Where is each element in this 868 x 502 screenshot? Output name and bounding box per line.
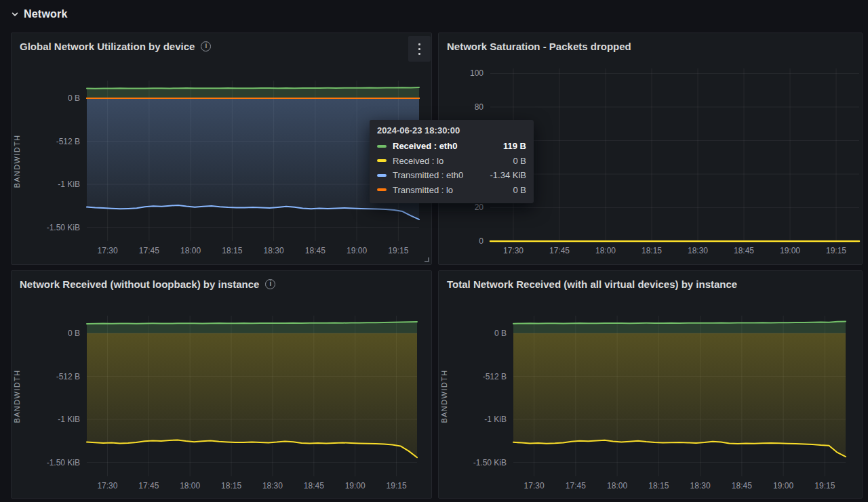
svg-text:17:45: 17:45 <box>566 481 586 490</box>
svg-text:18:30: 18:30 <box>690 481 711 490</box>
tooltip-row: Transmitted : eth0-1.34 KiB <box>377 168 526 183</box>
svg-text:17:45: 17:45 <box>139 246 159 255</box>
chart-canvas[interactable]: 17:3017:4518:0018:1518:3018:4519:0019:15… <box>12 271 433 499</box>
svg-text:-512 B: -512 B <box>56 372 80 381</box>
svg-text:-512 B: -512 B <box>483 372 507 381</box>
tooltip-series-label: Received : eth0 <box>393 141 503 151</box>
series-color-swatch <box>377 188 387 191</box>
section-title[interactable]: Network <box>24 8 68 20</box>
svg-text:18:15: 18:15 <box>222 246 242 255</box>
panel-total-network-received: Total Network Received (with all virtual… <box>438 270 863 499</box>
tooltip-timestamp: 2024-06-23 18:30:00 <box>377 125 526 135</box>
svg-text:-1 KiB: -1 KiB <box>58 415 80 424</box>
svg-text:100: 100 <box>470 68 484 78</box>
svg-text:18:15: 18:15 <box>221 481 241 490</box>
svg-text:17:30: 17:30 <box>98 246 118 255</box>
svg-text:0 B: 0 B <box>68 329 80 338</box>
series-color-swatch <box>377 145 387 148</box>
svg-text:-1.50 KiB: -1.50 KiB <box>47 458 80 467</box>
tooltip-series-value: 0 B <box>513 156 526 166</box>
tooltip-row: Received : lo0 B <box>377 154 526 169</box>
tooltip-series-list: Received : eth0119 BReceived : lo0 BTran… <box>377 139 526 197</box>
svg-text:18:00: 18:00 <box>607 481 627 490</box>
svg-text:17:45: 17:45 <box>138 481 159 490</box>
svg-text:17:30: 17:30 <box>503 246 524 255</box>
svg-text:19:15: 19:15 <box>387 481 407 490</box>
svg-text:18:45: 18:45 <box>304 481 324 490</box>
svg-text:19:00: 19:00 <box>773 481 793 490</box>
svg-text:18:00: 18:00 <box>180 246 201 255</box>
svg-text:18:00: 18:00 <box>595 246 616 255</box>
svg-text:19:00: 19:00 <box>345 481 366 490</box>
svg-text:17:30: 17:30 <box>97 481 117 490</box>
svg-text:19:15: 19:15 <box>826 246 846 255</box>
panel-resize-handle[interactable] <box>425 257 429 262</box>
svg-text:0: 0 <box>479 236 484 246</box>
svg-text:17:30: 17:30 <box>524 481 545 490</box>
svg-text:-1.50 KiB: -1.50 KiB <box>473 458 507 467</box>
svg-text:17:45: 17:45 <box>549 246 570 255</box>
svg-text:0 B: 0 B <box>494 329 507 338</box>
svg-text:19:00: 19:00 <box>347 246 367 255</box>
svg-text:19:15: 19:15 <box>814 481 835 490</box>
series-color-swatch <box>377 174 387 177</box>
tooltip-row: Transmitted : lo0 B <box>377 183 526 198</box>
panel-global-network-utilization: Global Network Utilization by device i B… <box>11 33 432 265</box>
svg-text:18:30: 18:30 <box>688 246 708 255</box>
svg-text:18:30: 18:30 <box>264 246 284 255</box>
svg-text:-1 KiB: -1 KiB <box>58 180 80 189</box>
svg-text:-512 B: -512 B <box>56 137 80 146</box>
tooltip-series-label: Transmitted : eth0 <box>393 170 490 180</box>
chart-tooltip: 2024-06-23 18:30:00 Received : eth0119 B… <box>370 120 534 203</box>
svg-text:80: 80 <box>475 102 484 112</box>
chevron-down-icon[interactable] <box>11 10 19 18</box>
panel-network-received-no-loopback: Network Received (without loopback) by i… <box>11 270 432 499</box>
svg-text:-1.50 KiB: -1.50 KiB <box>47 223 80 232</box>
tooltip-row: Received : eth0119 B <box>377 139 526 154</box>
svg-text:19:00: 19:00 <box>780 246 800 255</box>
section-row-network[interactable]: Network <box>11 8 68 20</box>
tooltip-series-value: -1.34 KiB <box>490 170 526 180</box>
svg-text:18:45: 18:45 <box>305 246 326 255</box>
svg-text:-1 KiB: -1 KiB <box>484 415 507 424</box>
tooltip-series-label: Received : lo <box>393 156 513 166</box>
svg-text:18:00: 18:00 <box>180 481 200 490</box>
svg-text:18:30: 18:30 <box>262 481 283 490</box>
svg-text:0 B: 0 B <box>68 93 80 103</box>
svg-text:20: 20 <box>475 203 484 212</box>
svg-text:18:15: 18:15 <box>648 481 669 490</box>
svg-text:18:45: 18:45 <box>734 246 754 255</box>
tooltip-series-label: Transmitted : lo <box>393 185 513 195</box>
svg-text:19:15: 19:15 <box>388 246 408 255</box>
tooltip-series-value: 0 B <box>513 185 526 195</box>
tooltip-series-value: 119 B <box>503 141 526 151</box>
svg-text:18:15: 18:15 <box>642 246 662 255</box>
chart-canvas[interactable]: 17:3017:4518:0018:1518:3018:4519:0019:15… <box>439 271 863 499</box>
series-color-swatch <box>377 159 387 162</box>
svg-text:18:45: 18:45 <box>732 481 752 490</box>
